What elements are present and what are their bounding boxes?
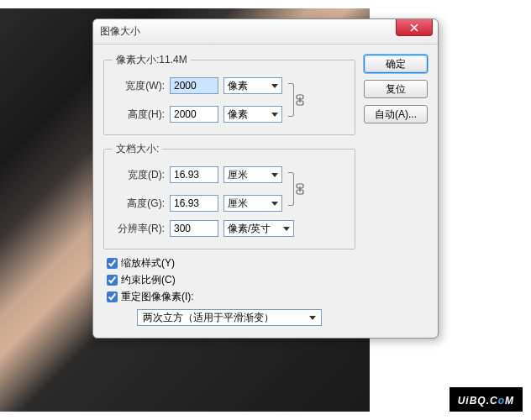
image-size-dialog: 图像大小 像素大小:11.4M 宽度(W): 像素 高度(H): (92, 18, 439, 339)
resample-checkbox[interactable] (107, 291, 118, 302)
scale-styles-label: 缩放样式(Y) (121, 256, 175, 270)
titlebar[interactable]: 图像大小 (93, 19, 438, 45)
watermark-logo: UiBQ.CoM (450, 387, 523, 412)
doc-width-input[interactable] (170, 166, 218, 183)
link-icon[interactable] (294, 183, 306, 195)
chevron-down-icon (271, 84, 278, 88)
constrain-checkbox[interactable] (107, 275, 118, 286)
document-size-group: 文档大小: 宽度(D): 厘米 高度(G): 厘米 (103, 142, 355, 249)
dialog-title: 图像大小 (100, 24, 140, 39)
link-bracket-icon (284, 80, 299, 120)
close-button[interactable] (396, 19, 433, 36)
chevron-down-icon (271, 113, 278, 117)
chevron-down-icon (271, 173, 278, 177)
resolution-label: 分辨率(R): (113, 222, 165, 236)
pixel-height-unit-select[interactable]: 像素 (223, 106, 282, 123)
pixel-height-input[interactable] (170, 106, 218, 123)
resolution-unit-select[interactable]: 像素/英寸 (223, 220, 294, 237)
pixel-width-unit-select[interactable]: 像素 (223, 77, 282, 94)
doc-height-unit-select[interactable]: 厘米 (223, 195, 282, 212)
doc-height-input[interactable] (170, 195, 218, 212)
resample-label: 重定图像像素(I): (121, 290, 194, 304)
pixel-size-group: 像素大小:11.4M 宽度(W): 像素 高度(H): 像素 (103, 53, 355, 135)
chevron-down-icon (309, 316, 316, 320)
constrain-label: 约束比例(C) (121, 273, 176, 287)
reset-button[interactable]: 复位 (364, 80, 428, 98)
chevron-down-icon (283, 227, 290, 231)
ok-button[interactable]: 确定 (364, 55, 428, 73)
resample-method-select[interactable]: 两次立方（适用于平滑渐变） (137, 309, 322, 326)
pixel-width-input[interactable] (170, 77, 218, 94)
doc-size-legend: 文档大小: (113, 142, 162, 156)
link-bracket-icon (284, 169, 299, 209)
doc-height-label: 高度(G): (113, 197, 165, 211)
chevron-down-icon (271, 202, 278, 206)
doc-width-label: 宽度(D): (113, 168, 165, 182)
scale-styles-checkbox[interactable] (107, 258, 118, 269)
close-icon (410, 24, 418, 32)
width-label: 宽度(W): (113, 79, 165, 93)
auto-button[interactable]: 自动(A)... (364, 105, 428, 123)
pixel-size-legend: 像素大小:11.4M (113, 53, 191, 67)
link-icon[interactable] (294, 94, 306, 106)
resolution-input[interactable] (170, 220, 218, 237)
height-label: 高度(H): (113, 108, 165, 122)
doc-width-unit-select[interactable]: 厘米 (223, 166, 282, 183)
